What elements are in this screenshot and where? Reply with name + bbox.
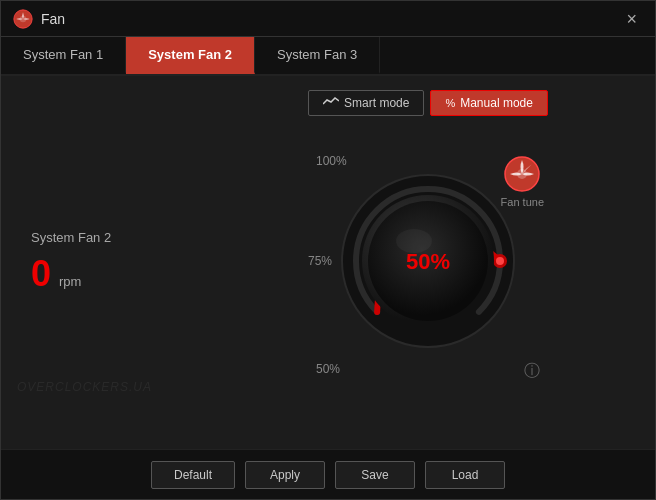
knob-label-100: 100% (316, 154, 347, 168)
tab-fan1[interactable]: System Fan 1 (1, 37, 126, 74)
fan-tune-icon (504, 156, 540, 192)
tab-fan3[interactable]: System Fan 3 (255, 37, 380, 74)
tab-bar: System Fan 1 System Fan 2 System Fan 3 (1, 37, 655, 76)
save-button[interactable]: Save (335, 461, 415, 489)
tab-fan2[interactable]: System Fan 2 (126, 37, 255, 74)
watermark: OVERCLOCKERS.UA (17, 380, 152, 394)
svg-text:50%: 50% (406, 249, 450, 274)
title-bar: Fan × (1, 1, 655, 37)
default-button[interactable]: Default (151, 461, 235, 489)
manual-mode-label: Manual mode (460, 96, 533, 110)
close-button[interactable]: × (620, 6, 643, 32)
fan-tune-button[interactable]: Fan tune (501, 156, 544, 208)
knob-area: 100% 75% 50% (298, 126, 558, 396)
svg-point-4 (496, 257, 504, 265)
main-window: Fan × System Fan 1 System Fan 2 System F… (0, 0, 656, 500)
info-button[interactable]: ⓘ (524, 361, 540, 382)
app-icon (13, 9, 33, 29)
fan-name-label: System Fan 2 (31, 230, 111, 245)
manual-mode-icon: % (445, 97, 455, 109)
rpm-unit: rpm (59, 274, 81, 289)
smart-mode-button[interactable]: Smart mode (308, 90, 424, 116)
knob-label-75: 75% (308, 254, 332, 268)
main-content: System Fan 2 0 rpm Smart mode (1, 76, 655, 449)
smart-mode-icon (323, 96, 339, 110)
knob-dial[interactable]: 50% (338, 171, 518, 351)
apply-button[interactable]: Apply (245, 461, 325, 489)
right-panel: Smart mode % Manual mode 100% 75% 50% (201, 76, 655, 449)
window-title: Fan (41, 11, 620, 27)
rpm-display: 0 rpm (31, 253, 81, 295)
knob-label-50: 50% (316, 362, 340, 376)
smart-mode-label: Smart mode (344, 96, 409, 110)
rpm-value: 0 (31, 253, 51, 295)
manual-mode-button[interactable]: % Manual mode (430, 90, 548, 116)
footer: Default Apply Save Load (1, 449, 655, 499)
fan-tune-label: Fan tune (501, 196, 544, 208)
mode-buttons: Smart mode % Manual mode (308, 90, 548, 116)
load-button[interactable]: Load (425, 461, 505, 489)
